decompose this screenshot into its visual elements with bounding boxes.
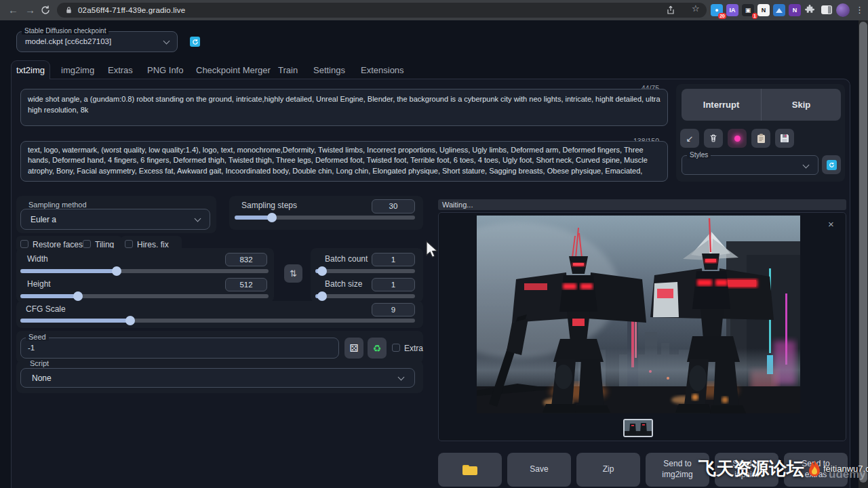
tab-png-info[interactable]: PNG Info <box>147 65 183 75</box>
tiling-checkbox[interactable] <box>83 240 91 248</box>
share-icon[interactable] <box>666 5 675 15</box>
mouse-cursor <box>425 241 440 260</box>
reuse-seed-button[interactable]: ♻ <box>368 338 387 359</box>
pin-extension-icon[interactable]: ●20 <box>711 4 723 16</box>
restore-faces-checkbox[interactable] <box>20 240 28 248</box>
extra-networks-button[interactable] <box>728 129 747 148</box>
seed-field[interactable]: -1 <box>20 338 339 359</box>
image-extension-icon[interactable] <box>773 4 785 16</box>
dice-icon: ⚄ <box>349 342 358 354</box>
floppy-save-icon <box>780 134 789 143</box>
height-slider[interactable] <box>20 294 269 298</box>
tab-extras[interactable]: Extras <box>108 65 133 75</box>
swap-arrows-icon: ⇅ <box>290 268 297 279</box>
interrupt-skip-group: Interrupt Skip <box>682 89 841 121</box>
batch-size-value[interactable]: 1 <box>372 278 415 291</box>
tab-txt2img[interactable]: txt2img <box>11 60 50 79</box>
tab-settings[interactable]: Settings <box>313 65 345 75</box>
zip-button[interactable]: Zip <box>576 453 640 487</box>
seed-value: -1 <box>28 344 35 352</box>
sampling-method-value: Euler a <box>31 215 56 224</box>
ia-extension-icon[interactable]: IA <box>726 4 738 16</box>
paste-params-button[interactable]: ↙ <box>680 129 699 148</box>
width-slider[interactable] <box>20 269 269 273</box>
browser-refresh-icon[interactable] <box>40 5 51 16</box>
progress-bar: Waiting... <box>438 199 846 210</box>
url-text: 02a56ff4-71ff-439e.gradio.live <box>78 6 185 14</box>
sampling-steps-value[interactable]: 30 <box>372 199 415 214</box>
batch-size-slider[interactable] <box>315 294 415 298</box>
save-button[interactable]: Save <box>507 453 571 487</box>
watermark: 飞天资源论坛 feitianwu7.com <box>698 457 868 481</box>
checkpoint-label: Stable Diffusion checkpoint <box>22 27 108 35</box>
onenote-extension-icon[interactable]: N <box>789 4 801 16</box>
checkpoint-value: model.ckpt [cc6cb27103] <box>25 37 111 45</box>
chevron-down-icon <box>163 38 170 45</box>
extra-networks-icon <box>734 136 741 142</box>
recycle-icon: ♻ <box>373 343 382 354</box>
cfg-scale-value[interactable]: 9 <box>372 303 415 317</box>
chevron-down-icon <box>398 374 405 381</box>
checkpoint-refresh-button[interactable] <box>190 37 200 47</box>
gallery-thumbnail[interactable] <box>623 419 653 437</box>
browser-menu-icon[interactable]: ⋮ <box>855 0 864 20</box>
sampling-steps-slider[interactable] <box>235 216 415 220</box>
scrollbar-track[interactable] <box>859 20 868 488</box>
prompt-input[interactable]: wide shot angle, a (gundam:0.8) robot st… <box>20 89 668 126</box>
sampling-steps-label: Sampling steps <box>241 201 297 210</box>
cfg-block <box>16 301 423 328</box>
folder-icon <box>462 465 477 475</box>
hires-fix-checkbox[interactable] <box>125 240 133 248</box>
batch-count-slider[interactable] <box>315 269 415 273</box>
browser-toolbar: ← → 02a56ff4-71ff-439e.gradio.live ☆ ●20… <box>0 0 868 20</box>
open-folder-button[interactable] <box>438 453 502 487</box>
watermark-domain-text: feitianwu7.com <box>823 464 868 474</box>
clear-prompt-button[interactable] <box>704 129 723 148</box>
profile-avatar[interactable] <box>836 3 850 17</box>
sidebar-icon[interactable] <box>821 5 832 14</box>
swap-dimensions-button[interactable]: ⇅ <box>284 264 302 283</box>
tab-train[interactable]: Train <box>278 65 298 75</box>
apply-styles-button[interactable] <box>751 129 770 148</box>
sampling-method-label: Sampling method <box>26 201 90 209</box>
chevron-down-icon <box>195 216 201 222</box>
scrollbar-thumb[interactable] <box>859 22 867 483</box>
seed-extra-checkbox[interactable] <box>392 344 400 352</box>
chat-extension-icon[interactable]: ▣1 <box>742 4 754 16</box>
batch-count-label: Batch count <box>325 254 368 264</box>
close-icon[interactable]: × <box>828 218 834 230</box>
trash-icon <box>709 134 718 143</box>
width-label: Width <box>27 254 48 264</box>
height-value[interactable]: 512 <box>225 278 267 291</box>
sampling-method-dropdown[interactable]: Euler a <box>20 209 210 230</box>
styles-refresh-button[interactable] <box>822 155 841 174</box>
batch-count-value[interactable]: 1 <box>372 253 415 266</box>
save-style-button[interactable] <box>775 129 794 148</box>
interrupt-button[interactable]: Interrupt <box>682 89 762 121</box>
generated-image[interactable] <box>477 216 800 413</box>
tab-img2img[interactable]: img2img <box>61 65 94 75</box>
seed-extra-label: Extra <box>404 344 423 353</box>
address-bar[interactable]: 02a56ff4-71ff-439e.gradio.live ☆ <box>57 3 707 18</box>
random-seed-button[interactable]: ⚄ <box>344 338 363 359</box>
notion-extension-icon[interactable]: N <box>757 4 770 16</box>
styles-label: Styles <box>687 151 711 159</box>
script-label: Script <box>27 359 52 367</box>
chevron-down-icon <box>803 162 810 169</box>
negative-prompt-input[interactable]: text, logo, watermark, (worst quality, l… <box>20 141 668 182</box>
script-dropdown[interactable]: None <box>20 368 415 388</box>
browser-back-icon[interactable]: ← <box>8 0 18 20</box>
tab-extensions[interactable]: Extensions <box>361 65 404 75</box>
watermark-site-text: 飞天资源论坛 <box>698 457 804 481</box>
cfg-scale-label: CFG Scale <box>26 304 66 314</box>
progress-status-text: Waiting... <box>442 201 473 209</box>
extensions-puzzle-icon[interactable] <box>805 5 815 15</box>
skip-button[interactable]: Skip <box>762 89 841 121</box>
script-value: None <box>32 373 52 383</box>
bookmark-star-icon[interactable]: ☆ <box>692 3 700 14</box>
seed-label: Seed <box>26 333 49 341</box>
width-value[interactable]: 832 <box>225 253 267 266</box>
browser-forward-icon[interactable]: → <box>25 0 35 20</box>
tab-checkpoint-merger[interactable]: Checkpoint Merger <box>196 65 271 75</box>
cfg-scale-slider[interactable] <box>20 319 415 323</box>
